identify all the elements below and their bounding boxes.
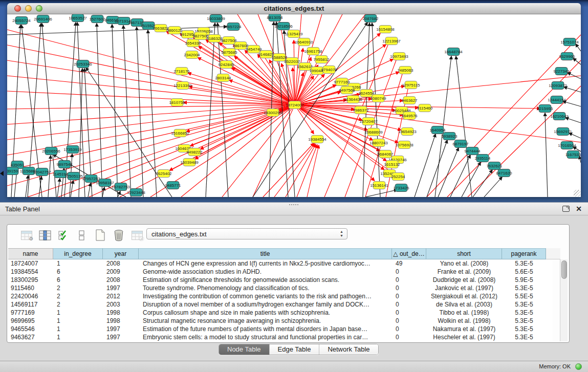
row-height-icon[interactable]: [75, 229, 89, 243]
graph-edge[interactable]: [484, 177, 502, 197]
graph-node[interactable]: 11325419: [285, 30, 303, 38]
graph-node[interactable]: 5875685: [221, 49, 237, 56]
graph-edge[interactable]: [569, 133, 581, 138]
column-header-name[interactable]: name: [8, 248, 53, 259]
table-row[interactable]: 1938455462009Genome-wide association stu…: [8, 268, 553, 276]
graph-edge-selected[interactable]: [295, 49, 303, 105]
graph-edge[interactable]: [456, 56, 472, 197]
vertical-scrollbar[interactable]: [560, 259, 568, 341]
graph-node[interactable]: 2803144: [215, 74, 231, 82]
graph-node[interactable]: 16961758: [304, 48, 322, 55]
delete-table-icon[interactable]: ⓧ: [130, 229, 144, 243]
graph-edge[interactable]: [545, 113, 548, 197]
close-panel-icon[interactable]: ✕: [576, 205, 582, 212]
show-columns-icon[interactable]: [38, 229, 52, 243]
graph-node[interactable]: 9684067: [377, 150, 394, 158]
graph-node[interactable]: 18300295: [264, 109, 282, 117]
graph-edge[interactable]: [365, 190, 397, 197]
graph-node[interactable]: 1167533: [565, 151, 581, 159]
table-row[interactable]: 2242004622012Investigating the contribut…: [8, 292, 553, 300]
table-row[interactable]: 969969511998Structural magnetic resonanc…: [8, 317, 553, 325]
graph-node[interactable]: 252254: [391, 173, 405, 181]
graph-node[interactable]: 16648784: [444, 48, 463, 56]
graph-edge[interactable]: [438, 148, 459, 197]
graph-node[interactable]: 16154808: [376, 26, 395, 33]
graph-node[interactable]: 7986372: [353, 106, 369, 114]
graph-node[interactable]: 12042757: [33, 168, 51, 176]
delete-entries-icon[interactable]: [112, 229, 125, 243]
tab-network-table[interactable]: Network Table: [319, 344, 378, 355]
graph-node[interactable]: 7955812: [313, 56, 330, 63]
graph-node[interactable]: 16782753: [112, 183, 130, 191]
network-svg[interactable]: 2405572420691406106535271527602846616010…: [7, 14, 581, 197]
graph-node[interactable]: 1654338: [185, 39, 201, 47]
graph-node[interactable]: 1649576: [401, 112, 418, 120]
tab-edge-table[interactable]: Edge Table: [270, 344, 320, 355]
graph-node[interactable]: 12093872: [549, 82, 567, 90]
graph-edge-selected[interactable]: [295, 105, 375, 181]
table-row[interactable]: 977716911998Corpus callosum shape and si…: [8, 309, 553, 317]
graph-node[interactable]: 1640954: [429, 126, 446, 134]
network-canvas[interactable]: 2405572420691406106535271527602846616010…: [7, 14, 581, 197]
graph-node[interactable]: 24055724: [12, 17, 31, 25]
table-row[interactable]: 1830029562008Estimation of significance …: [8, 276, 553, 284]
graph-node[interactable]: 9329966: [559, 53, 575, 60]
column-header-year[interactable]: year: [103, 248, 139, 259]
graph-node[interactable]: 15692971: [554, 128, 572, 136]
graph-node[interactable]: 7485063: [397, 67, 413, 74]
graph-edge[interactable]: [102, 187, 104, 197]
column-header-in_degree[interactable]: in_degree: [53, 248, 103, 259]
scrollbar-thumb[interactable]: [561, 260, 567, 279]
graph-node[interactable]: 9485771: [165, 182, 181, 189]
graph-node[interactable]: 2342004: [184, 51, 200, 59]
resize-grip[interactable]: [574, 190, 580, 196]
graph-node[interactable]: 12975115: [402, 81, 421, 89]
graph-node[interactable]: 20206556: [42, 147, 60, 155]
graph-node[interactable]: 1810755: [169, 99, 185, 106]
graph-node[interactable]: 7632621: [486, 162, 503, 170]
graph-node[interactable]: 17016504: [558, 142, 576, 149]
table-row[interactable]: 946554611997Estimation of the future num…: [8, 325, 553, 333]
graph-edge-selected[interactable]: [307, 145, 319, 197]
graph-node[interactable]: 9463627: [401, 97, 418, 104]
create-table-icon[interactable]: [93, 229, 107, 243]
graph-node[interactable]: 10653527: [69, 14, 87, 22]
graph-node[interactable]: 12213967: [382, 37, 401, 45]
graph-node[interactable]: 1080749: [370, 95, 386, 102]
graph-node[interactable]: 7625402: [156, 170, 172, 178]
split-pane-grabber[interactable]: [289, 204, 299, 206]
graph-edge-selected[interactable]: [229, 80, 295, 105]
graph-edge[interactable]: [579, 156, 581, 163]
graph-edge-selected[interactable]: [7, 105, 295, 109]
graph-edge[interactable]: [473, 170, 492, 197]
graph-node[interactable]: 6497568: [339, 86, 355, 94]
graph-node[interactable]: 5938923: [441, 133, 458, 140]
graph-node[interactable]: 19218506: [274, 23, 293, 30]
tab-node-table[interactable]: Node Table: [219, 344, 270, 355]
graph-node[interactable]: 8215955: [537, 105, 553, 113]
graph-node[interactable]: 1527602: [89, 15, 105, 23]
graph-node[interactable]: 9498222: [186, 148, 203, 156]
graph-node[interactable]: 9794078: [321, 66, 337, 74]
graph-node[interactable]: 8813054: [267, 14, 283, 21]
graph-node[interactable]: 15136141: [370, 182, 388, 189]
graph-node[interactable]: 15166852: [171, 129, 189, 137]
column-header-short[interactable]: short: [426, 248, 502, 259]
graph-node[interactable]: 19384554: [308, 136, 326, 143]
select-rows-icon[interactable]: [56, 229, 70, 243]
graph-node[interactable]: 10688609: [364, 128, 383, 136]
graph-node[interactable]: 16033809: [207, 15, 225, 23]
table-row[interactable]: 911546021997Tourette syndrome. Phenomeno…: [8, 284, 553, 292]
graph-node[interactable]: 8186328: [206, 35, 223, 42]
table-row[interactable]: 946362711997Embryonic stem cells: a mode…: [8, 333, 553, 341]
graph-node[interactable]: 20253346: [74, 60, 92, 68]
graph-node[interactable]: 12213399: [173, 82, 192, 90]
panel-collapse-arrow-icon[interactable]: [0, 171, 4, 176]
graph-node[interactable]: 20691406: [34, 15, 52, 23]
column-header-title[interactable]: title: [139, 248, 392, 259]
graph-node[interactable]: 12444154: [548, 96, 566, 104]
graph-edge[interactable]: [427, 140, 447, 197]
graph-node[interactable]: 2935114: [475, 155, 491, 162]
graph-edge[interactable]: [415, 134, 435, 197]
graph-edge-selected[interactable]: [297, 145, 317, 197]
